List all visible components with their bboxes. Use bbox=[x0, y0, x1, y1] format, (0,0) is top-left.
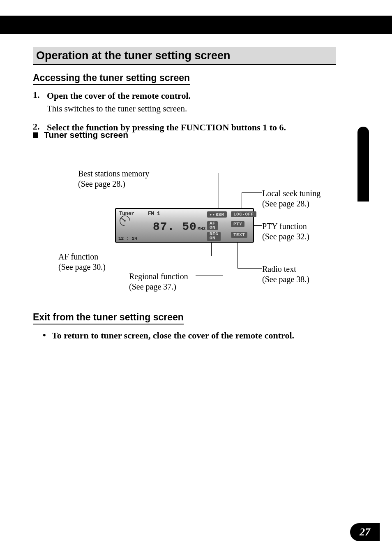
callout-pty: PTY function (See page 32.) bbox=[262, 221, 309, 242]
bullet-dot-icon: • bbox=[43, 330, 52, 342]
display-mhz: MHz bbox=[198, 226, 206, 231]
callout-af-l1: AF function bbox=[58, 252, 98, 261]
heading-exit-text: Exit from the tuner setting screen bbox=[33, 312, 184, 322]
heading-accessing-text: Accessing the tuner setting screen bbox=[33, 72, 190, 83]
leader-line bbox=[242, 192, 262, 193]
section-header: Operation at the tuner setting screen bbox=[33, 47, 336, 65]
heading-exit: Exit from the tuner setting screen bbox=[33, 312, 184, 324]
callout-af-l2: (See page 30.) bbox=[58, 262, 106, 271]
callout-bsm-l1: Best stations memory bbox=[78, 169, 149, 178]
list-number-1: 1. bbox=[33, 90, 47, 114]
heading-accessing: Accessing the tuner setting screen bbox=[33, 72, 190, 85]
callout-pty-l1: PTY function bbox=[262, 222, 307, 231]
exit-bullet-row: • To return to tuner screen, close the c… bbox=[43, 330, 330, 342]
leader-line bbox=[219, 173, 219, 208]
callout-bsm-l2: (See page 28.) bbox=[78, 179, 125, 188]
list-item-1-title: Open the cover of the remote control. bbox=[47, 90, 191, 102]
tuner-display: Tuner FM 1 ▸▸BSM LOC·OFF AF ON PTY REG O… bbox=[115, 208, 254, 243]
leader-line bbox=[238, 242, 238, 268]
callout-local-l2: (See page 28.) bbox=[262, 199, 309, 208]
callout-radiotext-l1: Radio text bbox=[262, 264, 296, 273]
callout-af: AF function (See page 30.) bbox=[58, 252, 106, 272]
callout-local: Local seek tuning (See page 28.) bbox=[262, 188, 321, 209]
square-bullet-icon bbox=[33, 132, 38, 138]
callout-bsm: Best stations memory (See page 28.) bbox=[78, 169, 149, 189]
list-item-1-body: This switches to the tuner setting scree… bbox=[47, 104, 191, 114]
display-band: FM 1 bbox=[148, 211, 160, 217]
leader-line bbox=[211, 242, 212, 256]
display-clock: 12 : 24 bbox=[118, 236, 137, 241]
callout-reg-l1: Regional function bbox=[129, 272, 188, 281]
callout-reg-l2: (See page 37.) bbox=[129, 282, 176, 291]
display-af: AF ON bbox=[207, 221, 218, 230]
display-loc: LOC·OFF bbox=[231, 211, 256, 217]
exit-bullet-text: To return to tuner screen, close the cov… bbox=[52, 330, 294, 342]
callout-radiotext-l2: (See page 38.) bbox=[262, 275, 309, 284]
svg-point-1 bbox=[124, 220, 126, 222]
callout-pty-l2: (See page 32.) bbox=[262, 232, 309, 241]
square-bullet-row: Tuner setting screen bbox=[33, 130, 128, 140]
display-text: TEXT bbox=[231, 232, 247, 238]
square-bullet-label: Tuner setting screen bbox=[44, 130, 128, 140]
section-title: Operation at the tuner setting screen bbox=[36, 49, 231, 62]
callout-radiotext: Radio text (See page 38.) bbox=[262, 264, 309, 285]
callout-local-l1: Local seek tuning bbox=[262, 189, 321, 198]
leader-line bbox=[104, 256, 211, 256]
leader-line bbox=[253, 225, 262, 226]
display-frequency: 87. 50 bbox=[153, 220, 197, 233]
section-tab-label: Tuner Operation bbox=[358, 137, 367, 193]
display-pty: PTY bbox=[231, 221, 244, 227]
leader-line bbox=[157, 173, 219, 173]
leader-line bbox=[196, 276, 223, 276]
display-bsm: ▸▸BSM bbox=[207, 211, 227, 218]
leader-line bbox=[223, 242, 223, 276]
page: Operation at the tuner setting screen Ac… bbox=[0, 0, 392, 556]
page-number-badge: 27 bbox=[350, 523, 380, 541]
top-black-bar bbox=[0, 16, 392, 34]
display-reg: REG ON bbox=[207, 232, 221, 241]
page-number: 27 bbox=[360, 526, 370, 538]
list-item: 1. Open the cover of the remote control.… bbox=[33, 90, 336, 114]
gauge-icon bbox=[119, 215, 131, 227]
callout-regional: Regional function (See page 37.) bbox=[129, 271, 188, 292]
tuner-diagram: Best stations memory (See page 28.) Loca… bbox=[33, 152, 336, 304]
leader-line bbox=[238, 268, 262, 269]
leader-line bbox=[242, 192, 242, 209]
